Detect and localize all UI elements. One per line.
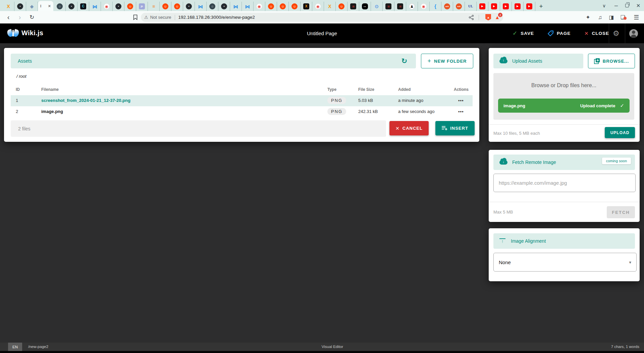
- locale-badge[interactable]: EN: [8, 343, 22, 351]
- editor-status-bar: EN /new-page2 Visual Editor 7 chars, 1 w…: [0, 343, 644, 351]
- col-id: ID: [16, 87, 20, 92]
- pinned-tab[interactable]: [265, 2, 277, 11]
- alignment-select[interactable]: None ▾: [493, 253, 637, 272]
- table-row[interactable]: 2 image.png PNG 242.31 kB a few seconds …: [11, 106, 473, 117]
- pinned-tab[interactable]: [524, 2, 535, 11]
- reload-icon[interactable]: ↻: [27, 11, 37, 23]
- app-name: Wiki.js: [21, 29, 43, 37]
- dropzone[interactable]: Browse or Drop files here... image.png U…: [493, 73, 634, 120]
- omnibox[interactable]: ⚠ Not secure 192.168.178.26:3000/e/en/ne…: [141, 13, 503, 22]
- cell-id: 2: [16, 109, 18, 114]
- pinned-tab[interactable]: [171, 2, 183, 11]
- extensions-icon[interactable]: ✦: [583, 11, 593, 23]
- pinned-tab[interactable]: [347, 2, 359, 11]
- cell-filename[interactable]: screenshot_from_2024-01-21_12-37-20.png: [41, 98, 130, 103]
- pinned-tab[interactable]: [160, 2, 171, 11]
- table-row[interactable]: 1 screenshot_from_2024-01-21_12-37-20.pn…: [11, 95, 473, 106]
- pinned-tab[interactable]: [324, 2, 336, 11]
- askubuntu-favicon: [444, 3, 450, 9]
- pinned-tab[interactable]: [277, 2, 289, 11]
- pinned-tab[interactable]: [3, 2, 14, 11]
- pinned-tab[interactable]: [195, 2, 207, 11]
- url-text[interactable]: 192.168.178.26:3000/e/en/new-page2: [178, 15, 469, 20]
- xda-orange-favicon: [327, 3, 333, 9]
- pinned-tab[interactable]: [430, 2, 441, 11]
- row-actions-icon[interactable]: •••: [458, 98, 464, 103]
- pinned-tab[interactable]: [289, 2, 301, 11]
- pinned-tab[interactable]: [136, 2, 148, 11]
- pinned-tab[interactable]: [113, 2, 124, 11]
- pinned-tab[interactable]: [336, 2, 347, 11]
- new-folder-button[interactable]: + NEW FOLDER: [421, 54, 473, 68]
- pinned-tab[interactable]: [453, 2, 465, 11]
- browser-window-icon[interactable]: ❏: [618, 11, 628, 23]
- pinned-tab[interactable]: [54, 2, 66, 11]
- insert-button[interactable]: INSERT: [435, 121, 475, 135]
- align-top-icon: [499, 238, 505, 244]
- save-button[interactable]: ✓ SAVE: [513, 23, 534, 43]
- pinned-tab[interactable]: [89, 2, 101, 11]
- active-tab[interactable]: I ✕: [38, 1, 53, 11]
- upload-button[interactable]: UPLOAD: [605, 127, 635, 138]
- sidebar-icon[interactable]: ◨: [606, 11, 616, 23]
- pinned-tab[interactable]: [418, 2, 430, 11]
- pinned-tab[interactable]: [312, 2, 324, 11]
- share-icon[interactable]: [469, 15, 474, 20]
- page-properties-button[interactable]: PAGE: [547, 23, 571, 43]
- row-actions-icon[interactable]: •••: [458, 109, 464, 114]
- gear-icon[interactable]: ⚙: [613, 29, 620, 38]
- fetch-hint: Max 5 MB: [493, 210, 513, 215]
- pinned-tab[interactable]: [77, 2, 89, 11]
- browser-menu-icon[interactable]: ☰: [631, 11, 641, 23]
- assets-toolbar: Assets ↻: [11, 54, 416, 68]
- pinned-tab[interactable]: [383, 2, 394, 11]
- pinned-tab[interactable]: [230, 2, 242, 11]
- remote-url-input[interactable]: [493, 174, 636, 192]
- pinned-tab[interactable]: [477, 2, 488, 11]
- pinned-tab[interactable]: [101, 2, 113, 11]
- new-tab-button[interactable]: +: [535, 2, 547, 11]
- media-control-icon[interactable]: ♫: [595, 11, 605, 23]
- jc-favicon: [139, 3, 145, 9]
- forward-icon[interactable]: ›: [15, 11, 25, 23]
- pinned-tab[interactable]: [14, 2, 26, 11]
- pinned-tab[interactable]: [465, 2, 477, 11]
- pinned-tab[interactable]: [359, 2, 371, 11]
- pinned-tab[interactable]: [301, 2, 312, 11]
- pinned-tab[interactable]: [242, 2, 254, 11]
- window-close-button[interactable]: ✕: [633, 0, 643, 11]
- pinned-tab[interactable]: [406, 2, 418, 11]
- brave-rewards-icon[interactable]: ▲2: [495, 14, 500, 20]
- back-icon[interactable]: ‹: [3, 11, 13, 23]
- pinned-tab[interactable]: [66, 2, 77, 11]
- cancel-button[interactable]: ✕ CANCEL: [389, 121, 429, 135]
- tab-search-button[interactable]: ∨: [599, 0, 609, 11]
- close-x-icon: ✕: [584, 31, 589, 37]
- pinned-tab[interactable]: [218, 2, 230, 11]
- brave-shield-icon[interactable]: ▲: [485, 14, 491, 20]
- refresh-icon[interactable]: ↻: [401, 57, 407, 65]
- minimize-button[interactable]: –: [611, 0, 621, 11]
- youtube-favicon: [491, 3, 497, 9]
- breadcrumb: / root: [16, 74, 26, 79]
- pinned-tab[interactable]: [512, 2, 524, 11]
- avatar[interactable]: [629, 29, 638, 38]
- pinned-tab[interactable]: [124, 2, 136, 11]
- fetch-button[interactable]: FETCH: [607, 206, 635, 218]
- pinned-tab[interactable]: [207, 2, 218, 11]
- pinned-tab[interactable]: [183, 2, 195, 11]
- pinned-tab[interactable]: [394, 2, 406, 11]
- pinned-tab[interactable]: [254, 2, 265, 11]
- pinned-tab[interactable]: [371, 2, 383, 11]
- pinned-tab[interactable]: [500, 2, 512, 11]
- cell-filename[interactable]: image.png: [41, 109, 63, 114]
- bookmark-icon[interactable]: [130, 11, 140, 23]
- pinned-tab[interactable]: [488, 2, 500, 11]
- restore-button[interactable]: [622, 0, 632, 11]
- pinned-tab[interactable]: [148, 2, 160, 11]
- pinned-tab[interactable]: [441, 2, 453, 11]
- tab-close-icon[interactable]: ✕: [48, 4, 51, 8]
- browse-button[interactable]: BROWSE...: [588, 54, 635, 68]
- pinned-tab[interactable]: [26, 2, 38, 11]
- close-button[interactable]: ✕ CLOSE: [584, 23, 609, 43]
